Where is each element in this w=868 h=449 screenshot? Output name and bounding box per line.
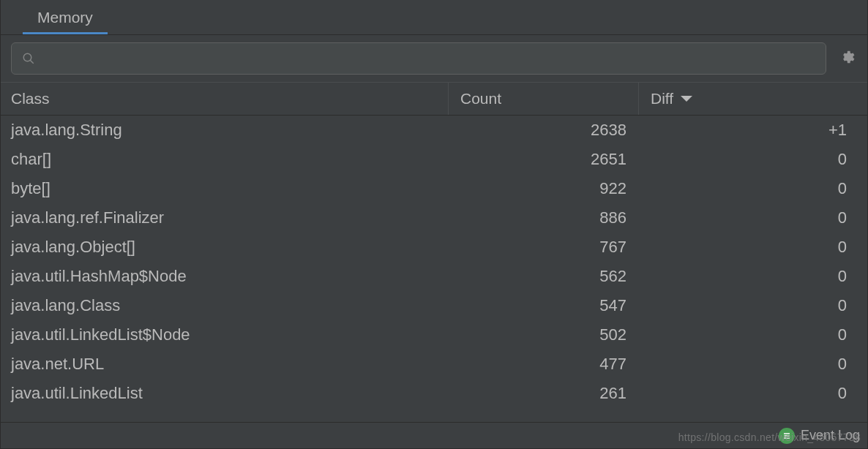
cell-class: java.util.LinkedList — [11, 384, 448, 403]
cell-class: byte[] — [11, 179, 448, 198]
cell-count: 562 — [448, 267, 638, 286]
table-header: Class Count Diff — [1, 82, 867, 116]
cell-count: 886 — [448, 208, 638, 227]
cell-count: 502 — [448, 325, 638, 344]
search-icon — [22, 52, 35, 65]
settings-button[interactable] — [837, 48, 857, 69]
cell-class: java.net.URL — [11, 355, 448, 374]
column-header-diff-label: Diff — [651, 90, 673, 107]
column-header-diff[interactable]: Diff — [638, 83, 867, 115]
gear-icon — [839, 49, 855, 68]
cell-count: 261 — [448, 384, 638, 403]
cell-class: java.lang.Object[] — [11, 238, 448, 257]
table-row[interactable]: java.util.LinkedList$Node5020 — [11, 320, 867, 350]
cell-count: 922 — [448, 179, 638, 198]
cell-class: java.lang.Class — [11, 296, 448, 315]
cell-diff: 0 — [638, 325, 867, 344]
column-header-class[interactable]: Class — [11, 90, 448, 107]
watermark-text: https://blog.csdn.net/weixin_45057738 — [678, 431, 861, 443]
cell-class: java.util.HashMap$Node — [11, 267, 448, 286]
cell-count: 547 — [448, 296, 638, 315]
cell-diff: 0 — [638, 355, 867, 374]
cell-diff: +1 — [638, 121, 867, 140]
search-input-wrapper[interactable] — [11, 42, 826, 75]
sort-descending-icon — [681, 96, 692, 102]
cell-diff: 0 — [638, 208, 867, 227]
search-bar — [1, 35, 867, 82]
cell-diff: 0 — [638, 267, 867, 286]
svg-point-0 — [23, 53, 31, 61]
cell-diff: 0 — [638, 238, 867, 257]
table-row[interactable]: java.lang.String2638+1 — [11, 116, 867, 145]
tab-memory[interactable]: Memory — [23, 0, 108, 34]
cell-count: 767 — [448, 238, 638, 257]
table-row[interactable]: char[]26510 — [11, 145, 867, 174]
table-row[interactable]: java.util.HashMap$Node5620 — [11, 262, 867, 291]
svg-line-1 — [30, 60, 34, 64]
memory-panel: Memory Class Count Diff — [0, 0, 868, 449]
cell-class: java.lang.String — [11, 121, 448, 140]
cell-diff: 0 — [638, 296, 867, 315]
table-body: java.lang.String2638+1char[]26510byte[]9… — [1, 116, 867, 422]
cell-diff: 0 — [638, 150, 867, 169]
cell-class: char[] — [11, 150, 448, 169]
tab-bar: Memory — [1, 0, 867, 35]
column-header-count[interactable]: Count — [448, 83, 638, 115]
cell-diff: 0 — [638, 179, 867, 198]
cell-count: 477 — [448, 355, 638, 374]
table-row[interactable]: byte[]9220 — [11, 174, 867, 203]
table-row[interactable]: java.lang.Class5470 — [11, 291, 867, 320]
table-row[interactable]: java.net.URL4770 — [11, 350, 867, 379]
table-row[interactable]: java.lang.ref.Finalizer8860 — [11, 203, 867, 233]
table-row[interactable]: java.util.LinkedList2610 — [11, 379, 867, 408]
cell-class: java.lang.ref.Finalizer — [11, 208, 448, 227]
table-row[interactable]: java.lang.Object[]7670 — [11, 233, 867, 262]
cell-class: java.util.LinkedList$Node — [11, 325, 448, 344]
search-input[interactable] — [42, 51, 815, 67]
cell-count: 2651 — [448, 150, 638, 169]
cell-count: 2638 — [448, 121, 638, 140]
cell-diff: 0 — [638, 384, 867, 403]
